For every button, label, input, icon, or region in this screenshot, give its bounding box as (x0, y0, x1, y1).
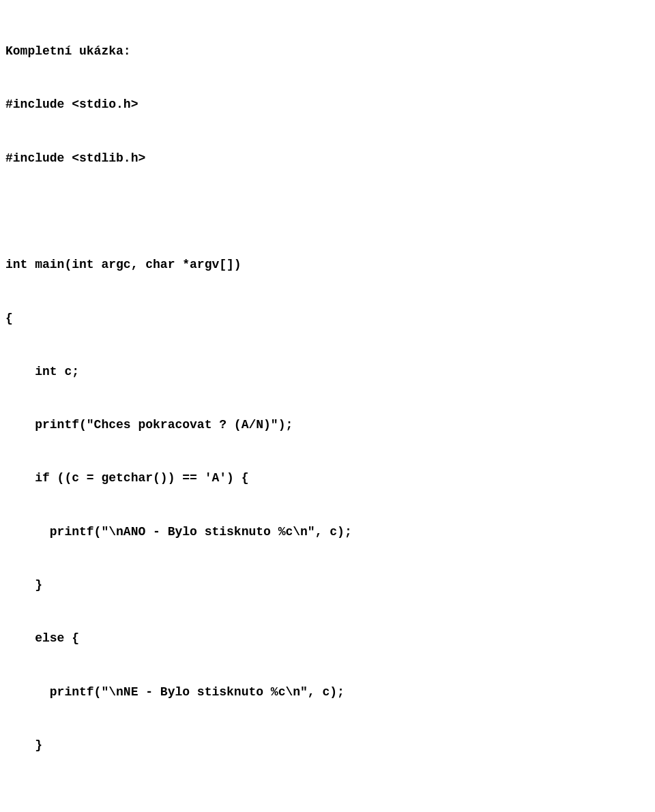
line-blank2 (5, 790, 650, 807)
line-close-else1: } (5, 736, 650, 754)
line-include1: #include <stdio.h> (5, 95, 650, 113)
line-else1: else { (5, 629, 650, 647)
line-printf-ano1: printf("\nANO - Bylo stisknuto %c\n", c)… (5, 523, 650, 541)
line-title: Kompletní ukázka: (5, 42, 650, 60)
line-printf1: printf("Chces pokracovat ? (A/N)"); (5, 416, 650, 434)
line-printf-ne1: printf("\nNE - Bylo stisknuto %c\n", c); (5, 683, 650, 701)
line-main-sig: int main(int argc, char *argv[]) (5, 256, 650, 273)
line-close-if1: } (5, 576, 650, 594)
line-blank1 (5, 202, 650, 220)
line-if1: if ((c = getchar()) == 'A') { (5, 469, 650, 487)
line-include2: #include <stdlib.h> (5, 149, 650, 167)
code-display: Kompletní ukázka: #include <stdio.h> #in… (5, 7, 650, 812)
line-open-brace: { (5, 310, 650, 327)
line-int-c: int c; (5, 363, 650, 380)
